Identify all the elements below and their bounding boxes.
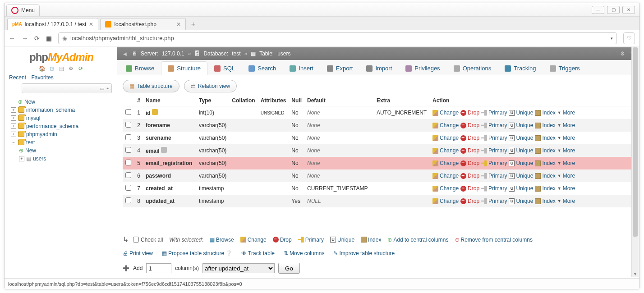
collapse-icon[interactable]: − <box>11 140 16 145</box>
track-table[interactable]: 👁 Track table <box>241 250 275 256</box>
row-checkbox[interactable] <box>125 147 131 153</box>
db-quick-select[interactable]: ▭ ⚭ <box>22 83 112 93</box>
drop-link[interactable]: Drop <box>460 122 479 128</box>
primary-link[interactable]: Primary <box>481 135 507 141</box>
index-link[interactable]: Index <box>535 110 555 116</box>
index-link[interactable]: Index <box>535 147 555 154</box>
index-link[interactable]: Index <box>535 122 555 128</box>
tree-new[interactable]: ⊕ New <box>9 98 114 106</box>
ws-remove-central[interactable]: ⊖Remove from central columns <box>455 237 533 243</box>
forward-icon[interactable]: → <box>22 35 28 42</box>
index-link[interactable]: Index <box>535 160 555 166</box>
more-link[interactable]: ▼More <box>557 173 575 179</box>
unique-link[interactable]: UUnique <box>509 198 533 204</box>
url-input[interactable] <box>70 35 607 41</box>
unique-link[interactable]: UUnique <box>509 135 533 141</box>
favorites-link[interactable]: Favorites <box>31 74 53 81</box>
home-icon[interactable]: 🏠 <box>39 65 45 72</box>
primary-link[interactable]: Primary <box>481 185 507 192</box>
tab-close-icon[interactable]: ✕ <box>89 21 93 27</box>
browser-tab-0[interactable]: pMA localhost / 127.0.0.1 / test ✕ <box>7 18 98 30</box>
unique-link[interactable]: UUnique <box>509 110 533 116</box>
ws-index[interactable]: Index <box>361 237 381 243</box>
breadcrumb-table[interactable]: users <box>277 50 290 57</box>
add-position-select[interactable]: after updated_at <box>202 263 275 273</box>
drop-link[interactable]: Drop <box>460 147 479 154</box>
primary-link[interactable]: Primary <box>481 122 507 128</box>
change-link[interactable]: Change <box>432 122 459 128</box>
tab-export[interactable]: Export <box>320 61 360 75</box>
check-all[interactable]: Check all <box>133 237 163 243</box>
index-link[interactable]: Index <box>535 173 555 179</box>
change-link[interactable]: Change <box>432 135 459 141</box>
row-checkbox[interactable] <box>125 109 131 115</box>
tab-structure[interactable]: Structure <box>161 61 207 75</box>
ws-change[interactable]: Change <box>240 237 267 243</box>
change-link[interactable]: Change <box>432 147 459 154</box>
index-link[interactable]: Index <box>535 185 555 192</box>
bookmark-button[interactable]: ♡ <box>623 32 635 44</box>
reload-icon[interactable]: ⟳ <box>78 65 84 72</box>
row-checkbox[interactable] <box>125 134 131 140</box>
reload-icon[interactable]: ⟳ <box>34 35 40 42</box>
opera-menu-button[interactable]: Menu <box>6 5 40 16</box>
logout-icon[interactable]: ◷ <box>49 65 55 72</box>
more-link[interactable]: ▼More <box>557 147 575 154</box>
tree-db-test[interactable]: − test <box>9 138 114 146</box>
print-view[interactable]: 🖨 Print view <box>123 250 153 256</box>
expand-icon[interactable]: + <box>11 107 16 113</box>
tab-search[interactable]: Search <box>242 61 283 75</box>
unique-link[interactable]: UUnique <box>509 160 533 166</box>
tree-db-mysql[interactable]: +mysql <box>9 114 114 122</box>
scroll-down-icon[interactable]: ▼ <box>632 270 639 277</box>
change-link[interactable]: Change <box>432 198 459 204</box>
drop-link[interactable]: Drop <box>460 198 479 204</box>
more-link[interactable]: ▼More <box>557 198 575 204</box>
row-checkbox[interactable] <box>125 122 131 128</box>
primary-link[interactable]: Primary <box>481 160 507 166</box>
index-link[interactable]: Index <box>535 135 555 141</box>
url-bar[interactable]: ◉ ▾ <box>58 32 617 44</box>
add-count-input[interactable] <box>146 263 171 273</box>
row-checkbox[interactable] <box>125 197 131 203</box>
tab-privileges[interactable]: Privileges <box>399 61 446 75</box>
unique-link[interactable]: UUnique <box>509 185 533 192</box>
tab-operations[interactable]: Operations <box>447 61 498 75</box>
browser-tab-1[interactable]: localhost/test.php ✕ <box>100 18 186 30</box>
unique-link[interactable]: UUnique <box>509 147 533 154</box>
ws-unique[interactable]: UUnique <box>330 237 354 243</box>
more-link[interactable]: ▼More <box>557 122 575 128</box>
tree-db-performance_schema[interactable]: +performance_schema <box>9 122 114 130</box>
tree-table-users[interactable]: + ▦ users <box>9 155 114 163</box>
dropdown-icon[interactable]: ▾ <box>611 36 613 41</box>
change-link[interactable]: Change <box>432 160 459 166</box>
minimize-button[interactable]: — <box>592 6 604 14</box>
drop-link[interactable]: Drop <box>460 135 479 141</box>
primary-link[interactable]: Primary <box>481 110 507 116</box>
maximize-button[interactable]: ▢ <box>607 6 620 14</box>
sql-icon[interactable]: ▤ <box>58 65 64 72</box>
tab-browse[interactable]: Browse <box>119 61 161 75</box>
tab-triggers[interactable]: Triggers <box>543 61 587 75</box>
go-button[interactable]: Go <box>278 263 300 274</box>
drop-link[interactable]: Drop <box>460 110 479 116</box>
row-checkbox[interactable] <box>125 160 131 165</box>
unique-link[interactable]: UUnique <box>509 173 533 179</box>
row-checkbox[interactable] <box>125 172 131 178</box>
primary-link[interactable]: Primary <box>481 198 507 204</box>
change-link[interactable]: Change <box>432 173 459 179</box>
tab-import[interactable]: Import <box>359 61 399 75</box>
gear-icon[interactable]: ⚙ <box>620 50 625 57</box>
drop-link[interactable]: Drop <box>460 185 479 192</box>
expand-icon[interactable]: + <box>11 132 16 137</box>
row-checkbox[interactable] <box>125 185 131 191</box>
change-link[interactable]: Change <box>432 185 459 192</box>
close-button[interactable]: ✕ <box>622 6 635 14</box>
ws-primary[interactable]: Primary <box>298 237 324 243</box>
unique-link[interactable]: UUnique <box>509 122 533 128</box>
speed-dial-icon[interactable]: ▦ <box>46 35 52 42</box>
ws-browse[interactable]: ▦Browse <box>210 237 234 243</box>
more-link[interactable]: ▼More <box>557 135 575 141</box>
new-tab-button[interactable]: + <box>188 19 198 30</box>
recent-link[interactable]: Recent <box>9 74 26 81</box>
